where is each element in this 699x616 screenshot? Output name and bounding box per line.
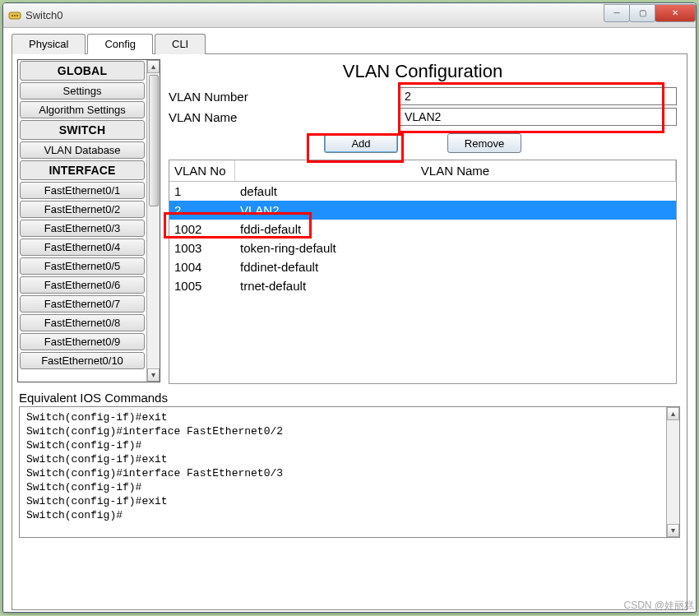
- watermark: CSDN @娃丽糕: [623, 599, 694, 613]
- table-row[interactable]: 2VLAN2: [169, 201, 676, 220]
- sidebar-item[interactable]: FastEthernet0/10: [20, 352, 145, 369]
- client-area: PhysicalConfigCLI GLOBALSettingsAlgorith…: [3, 28, 696, 612]
- table-row[interactable]: 1003token-ring-default: [169, 239, 676, 257]
- cell-vlan-name: trnet-default: [240, 279, 671, 293]
- sidebar-item[interactable]: FastEthernet0/4: [20, 239, 145, 256]
- ios-scrollbar[interactable]: ▴ ▾: [666, 407, 679, 537]
- sidebar-item[interactable]: FastEthernet0/5: [20, 257, 145, 275]
- scroll-thumb[interactable]: [149, 75, 159, 206]
- sidebar-group[interactable]: INTERFACE: [20, 160, 145, 180]
- close-button[interactable]: ✕: [655, 4, 696, 22]
- ios-area: Equivalent IOS Commands Switch(config-if…: [12, 387, 687, 544]
- maximize-button[interactable]: ▢: [629, 4, 655, 22]
- vlan-name-label: VLAN Name: [169, 110, 399, 124]
- ios-output[interactable]: Switch(config-if)#exit Switch(config)#in…: [20, 407, 666, 537]
- svg-point-1: [12, 15, 13, 16]
- ios-label: Equivalent IOS Commands: [19, 391, 680, 405]
- vlan-name-input[interactable]: [399, 108, 677, 126]
- scroll-down-icon[interactable]: ▾: [667, 524, 679, 537]
- tab-physical[interactable]: Physical: [12, 34, 86, 54]
- vlan-table: VLAN No VLAN Name 1default2VLAN21002fddi…: [169, 160, 677, 384]
- vlan-number-label: VLAN Number: [169, 90, 399, 104]
- scroll-up-icon[interactable]: ▴: [667, 407, 679, 420]
- panel-title: VLAN Configuration: [169, 61, 677, 82]
- sidebar-item[interactable]: FastEthernet0/1: [20, 182, 145, 199]
- cell-vlan-no: 1: [174, 184, 240, 198]
- sidebar-list: GLOBALSettingsAlgorithm SettingsSWITCHVL…: [18, 60, 146, 382]
- ios-box: Switch(config-if)#exit Switch(config)#in…: [19, 406, 680, 538]
- vlan-number-input[interactable]: [399, 87, 677, 105]
- tab-cli[interactable]: CLI: [155, 34, 206, 54]
- sidebar-item[interactable]: FastEthernet0/2: [20, 201, 145, 218]
- sidebar-item[interactable]: FastEthernet0/8: [20, 314, 145, 331]
- config-tab-pane: GLOBALSettingsAlgorithm SettingsSWITCHVL…: [12, 54, 687, 610]
- scroll-up-icon[interactable]: ▴: [147, 60, 160, 73]
- cell-vlan-name: token-ring-default: [240, 241, 671, 255]
- sidebar-item[interactable]: VLAN Database: [20, 141, 145, 159]
- window-title: Switch0: [25, 9, 604, 21]
- table-row[interactable]: 1default: [169, 182, 676, 201]
- tab-bar: PhysicalConfigCLI: [12, 33, 687, 54]
- svg-point-3: [16, 15, 18, 16]
- sidebar-item[interactable]: FastEthernet0/6: [20, 276, 145, 294]
- col-vlan-name[interactable]: VLAN Name: [235, 160, 676, 181]
- sidebar-group[interactable]: GLOBAL: [20, 61, 145, 81]
- sidebar-item[interactable]: FastEthernet0/7: [20, 295, 145, 313]
- sidebar-item[interactable]: FastEthernet0/9: [20, 333, 145, 350]
- minimize-button[interactable]: ─: [604, 4, 630, 22]
- col-vlan-no[interactable]: VLAN No: [169, 160, 235, 181]
- cell-vlan-no: 1005: [174, 279, 240, 293]
- cell-vlan-no: 2: [174, 203, 240, 217]
- cell-vlan-name: fddi-default: [240, 222, 671, 236]
- table-header: VLAN No VLAN Name: [169, 160, 676, 182]
- cell-vlan-name: default: [240, 184, 671, 198]
- cell-vlan-no: 1002: [174, 222, 240, 236]
- main-panel: VLAN Configuration VLAN Number VLAN Name…: [165, 54, 687, 387]
- table-row[interactable]: 1002fddi-default: [169, 220, 676, 239]
- app-icon: [8, 9, 21, 22]
- sidebar-scrollbar[interactable]: ▴ ▾: [146, 60, 160, 382]
- sidebar: GLOBALSettingsAlgorithm SettingsSWITCHVL…: [17, 59, 160, 382]
- titlebar[interactable]: Switch0 ─ ▢ ✕: [3, 3, 696, 28]
- app-window: Switch0 ─ ▢ ✕ PhysicalConfigCLI GLOBALSe…: [2, 2, 697, 613]
- table-row[interactable]: 1005trnet-default: [169, 276, 676, 295]
- cell-vlan-no: 1003: [174, 241, 240, 255]
- sidebar-item[interactable]: Algorithm Settings: [20, 101, 145, 118]
- table-body: 1default2VLAN21002fddi-default1003token-…: [169, 182, 676, 383]
- cell-vlan-no: 1004: [174, 260, 240, 274]
- cell-vlan-name: VLAN2: [240, 203, 671, 217]
- svg-point-2: [14, 15, 16, 16]
- remove-button[interactable]: Remove: [447, 133, 521, 153]
- sidebar-item[interactable]: Settings: [20, 82, 145, 100]
- cell-vlan-name: fddinet-default: [240, 260, 671, 274]
- table-row[interactable]: 1004fddinet-default: [169, 257, 676, 276]
- scroll-down-icon[interactable]: ▾: [147, 368, 160, 382]
- sidebar-item[interactable]: FastEthernet0/3: [20, 220, 145, 237]
- sidebar-group[interactable]: SWITCH: [20, 120, 145, 140]
- tab-config[interactable]: Config: [87, 34, 153, 54]
- window-controls: ─ ▢ ✕: [604, 4, 696, 22]
- add-button[interactable]: Add: [324, 133, 398, 153]
- config-area: GLOBALSettingsAlgorithm SettingsSWITCHVL…: [12, 54, 687, 387]
